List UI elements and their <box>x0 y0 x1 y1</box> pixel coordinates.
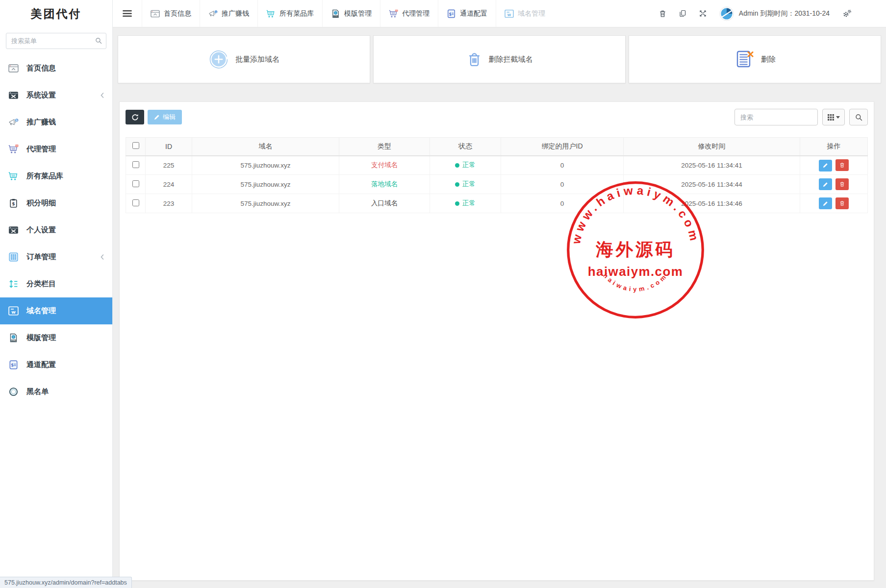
row-checkbox[interactable] <box>132 180 139 187</box>
domain-w-icon <box>505 9 514 18</box>
plus-circle-icon <box>208 49 229 70</box>
status-bar-url: 575.jiuzhouw.xyz/admin/domain?ref=addtab… <box>4 579 127 586</box>
trash-icon <box>659 10 666 18</box>
sidebar-item-points[interactable]: 积分明细 <box>0 190 112 217</box>
sidebar-search-input[interactable] <box>6 33 106 49</box>
status-bar-link-preview: 575.jiuzhouw.xyz/admin/domain?ref=addtab… <box>0 577 132 588</box>
cell-domain: 575.jiuzhouw.xyz <box>192 175 339 194</box>
sidebar-item-templates[interactable]: 模版管理 <box>0 324 112 351</box>
sidebar-item-profile[interactable]: 个人设置 <box>0 217 112 244</box>
card-label: 删除拦截域名 <box>489 55 533 64</box>
fullscreen-icon <box>699 10 707 17</box>
trash-button[interactable] <box>659 10 666 18</box>
row-edit-button[interactable] <box>819 160 832 172</box>
copy-icon <box>679 10 686 17</box>
dishes-cart-icon <box>8 172 19 181</box>
sidebar-item-channels[interactable]: 通道配置 <box>0 351 112 378</box>
cell-id: 224 <box>146 175 192 194</box>
table-search-button[interactable] <box>849 109 868 125</box>
sidebar-item-dishes[interactable]: 所有菜品库 <box>0 163 112 190</box>
columns-toggle-button[interactable] <box>822 109 845 125</box>
cell-domain: 575.jiuzhouw.xyz <box>192 194 339 213</box>
search-icon <box>855 114 862 121</box>
row-edit-button[interactable] <box>819 197 832 209</box>
sidebar-item-label: 积分明细 <box>26 198 56 208</box>
sidebar-item-home-info[interactable]: 首页信息 <box>0 55 112 82</box>
sidebar-item-system-settings[interactable]: 系统设置 <box>0 82 112 109</box>
sidebar-item-label: 通道配置 <box>26 360 56 369</box>
channel-config-icon <box>8 360 19 369</box>
table-search-input[interactable] <box>734 109 818 125</box>
sidebar-item-domains[interactable]: 域名管理 <box>0 297 112 324</box>
pencil-icon <box>154 114 160 120</box>
tab-label: 推广赚钱 <box>222 9 249 18</box>
row-delete-button[interactable] <box>835 178 849 190</box>
refresh-button[interactable] <box>126 110 144 124</box>
tab-dishes[interactable]: 所有菜品库 <box>257 0 322 27</box>
row-checkbox[interactable] <box>132 161 139 168</box>
sidebar-item-categories[interactable]: 分类栏目 <box>0 270 112 297</box>
sidebar-item-label: 系统设置 <box>26 91 56 100</box>
row-delete-button[interactable] <box>835 159 849 171</box>
settings-button[interactable] <box>842 9 852 18</box>
tab-promotion[interactable]: 推广赚钱 <box>200 0 257 27</box>
table-row: 225 575.jiuzhouw.xyz 支付域名 正常 0 2025-05-1… <box>126 156 868 175</box>
sidebar-search <box>6 33 106 49</box>
delete-intercepted-domain-card[interactable]: 删除拦截域名 <box>373 35 626 83</box>
sidebar-item-label: 推广赚钱 <box>26 118 56 127</box>
caret-down-icon <box>836 116 840 119</box>
select-all-checkbox[interactable] <box>132 142 139 149</box>
sidebar-item-agents[interactable]: 代理管理 <box>0 136 112 163</box>
status-badge: 正常 <box>455 161 476 170</box>
agent-cart-icon <box>389 9 398 18</box>
sidebar-menu: 首页信息 系统设置 推广赚钱 代理管理 所有菜品库 积分明细 个人设置 <box>0 55 112 405</box>
cell-actions <box>800 175 868 194</box>
tab-templates[interactable]: 模版管理 <box>322 0 380 27</box>
sidebar-item-label: 个人设置 <box>26 225 56 235</box>
row-edit-button[interactable] <box>819 178 832 190</box>
tab-home-info[interactable]: 首页信息 <box>142 0 200 27</box>
tab-agents[interactable]: 代理管理 <box>380 0 438 27</box>
tab-label: 所有菜品库 <box>279 9 314 18</box>
status-dot-icon <box>455 201 459 206</box>
tab-label: 域名管理 <box>518 9 545 18</box>
tab-domains[interactable]: 域名管理 <box>496 0 554 27</box>
sidebar-item-promotion[interactable]: 推广赚钱 <box>0 109 112 136</box>
domain-table-panel: 编辑 ID 域名 类型 状态 绑定的用户ID <box>119 101 874 581</box>
megaphone-icon <box>208 9 218 18</box>
status-badge: 正常 <box>455 180 476 189</box>
action-cards: 批量添加域名 删除拦截域名 删除 <box>118 35 881 83</box>
trash-icon <box>466 51 482 68</box>
batch-add-domain-card[interactable]: 批量添加域名 <box>118 35 370 83</box>
cell-modified-at: 2025-05-16 11:34:41 <box>624 156 800 175</box>
fullscreen-button[interactable] <box>699 10 707 17</box>
col-header-type: 类型 <box>339 138 430 156</box>
edit-button[interactable]: 编辑 <box>148 110 182 124</box>
user-menu[interactable]: Admin 到期时间：2031-10-24 <box>719 6 830 21</box>
col-header-domain: 域名 <box>192 138 339 156</box>
blacklist-ring-icon <box>8 387 19 396</box>
table-row: 223 575.jiuzhouw.xyz 入口域名 正常 0 2025-05-1… <box>126 194 868 213</box>
grid-icon <box>828 114 834 121</box>
sidebar-toggle-button[interactable] <box>113 0 142 27</box>
tab-label: 首页信息 <box>164 9 191 18</box>
copy-button[interactable] <box>679 10 686 17</box>
delete-card[interactable]: 删除 <box>629 35 881 83</box>
tab-channels[interactable]: 通道配置 <box>438 0 496 27</box>
pencil-icon <box>823 182 828 187</box>
channel-config-icon <box>447 9 456 18</box>
sidebar-item-orders[interactable]: 订单管理 <box>0 244 112 270</box>
system-settings-icon <box>8 91 19 100</box>
sidebar-item-blacklist[interactable]: 黑名单 <box>0 378 112 405</box>
row-checkbox[interactable] <box>132 199 139 206</box>
trash-icon <box>839 181 845 187</box>
points-clipboard-icon <box>8 198 19 208</box>
sidebar-item-label: 订单管理 <box>26 252 56 262</box>
trash-icon <box>839 162 845 168</box>
status-dot-icon <box>455 182 459 187</box>
pencil-icon <box>823 163 828 168</box>
row-delete-button[interactable] <box>835 197 849 209</box>
col-header-actions: 操作 <box>800 138 868 156</box>
col-header-id: ID <box>146 138 192 156</box>
cell-bound-user-id: 0 <box>501 156 624 175</box>
